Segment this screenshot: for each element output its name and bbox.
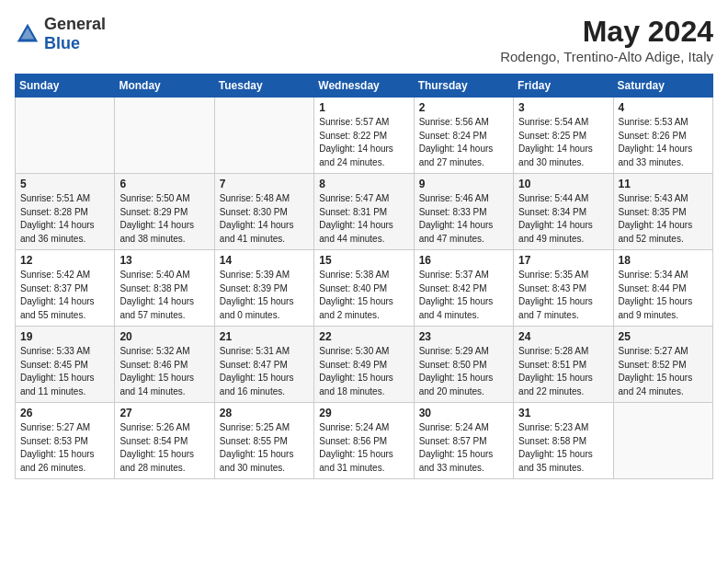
calendar-cell: 23Sunrise: 5:29 AM Sunset: 8:50 PM Dayli…	[414, 327, 513, 403]
day-info: Sunrise: 5:32 AM Sunset: 8:46 PM Dayligh…	[119, 345, 209, 398]
day-number: 10	[518, 178, 608, 190]
day-number: 2	[419, 101, 508, 114]
calendar-cell: 25Sunrise: 5:27 AM Sunset: 8:52 PM Dayli…	[613, 327, 712, 403]
day-number: 28	[220, 407, 309, 419]
day-number: 6	[119, 178, 209, 190]
calendar-cell	[613, 403, 712, 479]
col-tuesday: Tuesday	[214, 75, 313, 98]
day-number: 5	[20, 178, 109, 190]
day-number: 26	[20, 407, 109, 419]
logo-blue: Blue	[44, 34, 80, 52]
calendar-week-2: 5Sunrise: 5:51 AM Sunset: 8:28 PM Daylig…	[16, 174, 713, 250]
calendar-cell: 13Sunrise: 5:40 AM Sunset: 8:38 PM Dayli…	[115, 250, 214, 327]
day-number: 14	[220, 254, 309, 267]
day-info: Sunrise: 5:39 AM Sunset: 8:39 PM Dayligh…	[220, 269, 309, 322]
calendar-cell: 3Sunrise: 5:54 AM Sunset: 8:25 PM Daylig…	[514, 98, 613, 174]
calendar-week-5: 26Sunrise: 5:27 AM Sunset: 8:53 PM Dayli…	[16, 403, 713, 479]
col-monday: Monday	[115, 75, 214, 98]
day-number: 3	[518, 101, 608, 114]
day-info: Sunrise: 5:42 AM Sunset: 8:37 PM Dayligh…	[20, 269, 109, 322]
calendar-cell	[214, 98, 313, 174]
day-info: Sunrise: 5:46 AM Sunset: 8:33 PM Dayligh…	[419, 192, 508, 246]
day-number: 13	[119, 254, 209, 267]
day-info: Sunrise: 5:23 AM Sunset: 8:58 PM Dayligh…	[518, 421, 608, 475]
calendar-cell: 7Sunrise: 5:48 AM Sunset: 8:30 PM Daylig…	[214, 174, 313, 250]
day-info: Sunrise: 5:25 AM Sunset: 8:55 PM Dayligh…	[220, 421, 309, 475]
calendar-cell: 18Sunrise: 5:34 AM Sunset: 8:44 PM Dayli…	[613, 250, 712, 327]
day-info: Sunrise: 5:30 AM Sunset: 8:49 PM Dayligh…	[319, 345, 408, 398]
calendar-cell: 21Sunrise: 5:31 AM Sunset: 8:47 PM Dayli…	[214, 327, 313, 403]
day-number: 4	[619, 101, 708, 114]
title-block: May 2024 Rodengo, Trentino-Alto Adige, I…	[500, 15, 713, 64]
day-info: Sunrise: 5:35 AM Sunset: 8:43 PM Dayligh…	[518, 269, 608, 322]
calendar-cell: 5Sunrise: 5:51 AM Sunset: 8:28 PM Daylig…	[16, 174, 115, 250]
calendar-cell: 30Sunrise: 5:24 AM Sunset: 8:57 PM Dayli…	[414, 403, 513, 479]
day-info: Sunrise: 5:51 AM Sunset: 8:28 PM Dayligh…	[20, 192, 109, 246]
col-wednesday: Wednesday	[314, 75, 414, 98]
day-info: Sunrise: 5:27 AM Sunset: 8:53 PM Dayligh…	[20, 421, 109, 475]
calendar-cell: 24Sunrise: 5:28 AM Sunset: 8:51 PM Dayli…	[514, 327, 613, 403]
day-info: Sunrise: 5:27 AM Sunset: 8:52 PM Dayligh…	[619, 345, 708, 398]
day-info: Sunrise: 5:54 AM Sunset: 8:25 PM Dayligh…	[518, 116, 608, 169]
logo-text: General Blue	[44, 15, 106, 53]
calendar-cell: 27Sunrise: 5:26 AM Sunset: 8:54 PM Dayli…	[115, 403, 214, 479]
day-number: 7	[220, 178, 309, 190]
calendar-cell	[115, 98, 214, 174]
day-info: Sunrise: 5:31 AM Sunset: 8:47 PM Dayligh…	[220, 345, 309, 398]
day-info: Sunrise: 5:56 AM Sunset: 8:24 PM Dayligh…	[419, 116, 508, 169]
day-number: 25	[619, 330, 708, 343]
calendar-week-1: 1Sunrise: 5:57 AM Sunset: 8:22 PM Daylig…	[16, 98, 713, 174]
calendar-cell: 6Sunrise: 5:50 AM Sunset: 8:29 PM Daylig…	[115, 174, 214, 250]
calendar-cell: 14Sunrise: 5:39 AM Sunset: 8:39 PM Dayli…	[214, 250, 313, 327]
day-number: 19	[20, 330, 109, 343]
day-number: 20	[119, 330, 209, 343]
calendar-cell: 11Sunrise: 5:43 AM Sunset: 8:35 PM Dayli…	[613, 174, 712, 250]
day-info: Sunrise: 5:37 AM Sunset: 8:42 PM Dayligh…	[419, 269, 508, 322]
day-number: 24	[518, 330, 608, 343]
calendar-cell: 4Sunrise: 5:53 AM Sunset: 8:26 PM Daylig…	[613, 98, 712, 174]
calendar-cell: 10Sunrise: 5:44 AM Sunset: 8:34 PM Dayli…	[514, 174, 613, 250]
calendar-cell: 31Sunrise: 5:23 AM Sunset: 8:58 PM Dayli…	[514, 403, 613, 479]
day-info: Sunrise: 5:34 AM Sunset: 8:44 PM Dayligh…	[619, 269, 708, 322]
calendar-cell: 1Sunrise: 5:57 AM Sunset: 8:22 PM Daylig…	[314, 98, 414, 174]
page: General Blue May 2024 Rodengo, Trentino-…	[0, 0, 728, 494]
calendar-cell: 29Sunrise: 5:24 AM Sunset: 8:56 PM Dayli…	[314, 403, 414, 479]
day-number: 12	[20, 254, 109, 267]
calendar-cell: 17Sunrise: 5:35 AM Sunset: 8:43 PM Dayli…	[514, 250, 613, 327]
day-number: 31	[518, 407, 608, 419]
calendar-cell: 22Sunrise: 5:30 AM Sunset: 8:49 PM Dayli…	[314, 327, 414, 403]
day-info: Sunrise: 5:24 AM Sunset: 8:56 PM Dayligh…	[319, 421, 408, 475]
day-number: 27	[119, 407, 209, 419]
calendar-cell: 26Sunrise: 5:27 AM Sunset: 8:53 PM Dayli…	[16, 403, 115, 479]
day-info: Sunrise: 5:33 AM Sunset: 8:45 PM Dayligh…	[20, 345, 109, 398]
day-info: Sunrise: 5:47 AM Sunset: 8:31 PM Dayligh…	[319, 192, 408, 246]
day-info: Sunrise: 5:44 AM Sunset: 8:34 PM Dayligh…	[518, 192, 608, 246]
calendar-cell: 12Sunrise: 5:42 AM Sunset: 8:37 PM Dayli…	[16, 250, 115, 327]
day-number: 1	[319, 101, 408, 114]
day-number: 11	[619, 178, 708, 190]
calendar-cell: 9Sunrise: 5:46 AM Sunset: 8:33 PM Daylig…	[414, 174, 513, 250]
calendar-week-3: 12Sunrise: 5:42 AM Sunset: 8:37 PM Dayli…	[16, 250, 713, 327]
day-number: 15	[319, 254, 408, 267]
col-saturday: Saturday	[613, 75, 712, 98]
day-number: 18	[619, 254, 708, 267]
title-location: Rodengo, Trentino-Alto Adige, Italy	[500, 49, 713, 64]
col-sunday: Sunday	[16, 75, 115, 98]
col-friday: Friday	[514, 75, 613, 98]
col-thursday: Thursday	[414, 75, 513, 98]
calendar-cell: 2Sunrise: 5:56 AM Sunset: 8:24 PM Daylig…	[414, 98, 513, 174]
day-number: 29	[319, 407, 408, 419]
calendar-cell: 20Sunrise: 5:32 AM Sunset: 8:46 PM Dayli…	[115, 327, 214, 403]
day-info: Sunrise: 5:53 AM Sunset: 8:26 PM Dayligh…	[619, 116, 708, 169]
day-number: 23	[419, 330, 508, 343]
day-number: 17	[518, 254, 608, 267]
day-number: 8	[319, 178, 408, 190]
logo-general: General	[44, 15, 106, 33]
logo: General Blue	[15, 15, 106, 53]
day-number: 9	[419, 178, 508, 190]
day-info: Sunrise: 5:57 AM Sunset: 8:22 PM Dayligh…	[319, 116, 408, 169]
day-number: 16	[419, 254, 508, 267]
day-info: Sunrise: 5:48 AM Sunset: 8:30 PM Dayligh…	[220, 192, 309, 246]
day-info: Sunrise: 5:38 AM Sunset: 8:40 PM Dayligh…	[319, 269, 408, 322]
title-month: May 2024	[500, 15, 713, 49]
